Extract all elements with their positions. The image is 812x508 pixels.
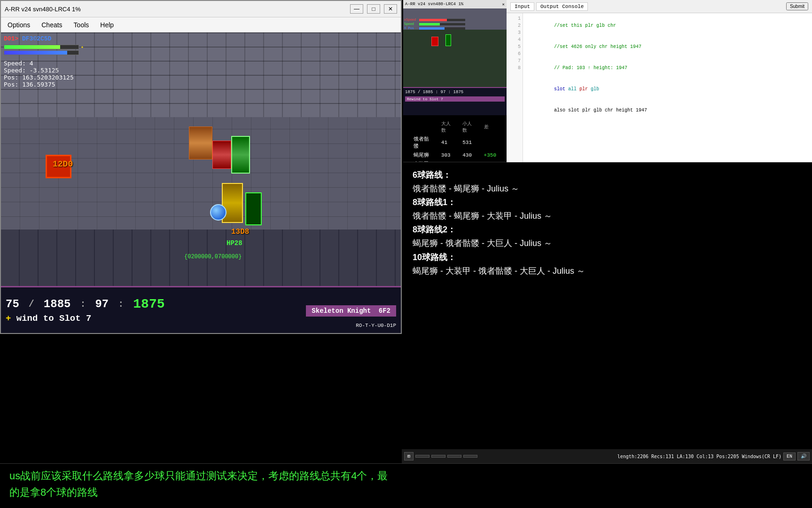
hud-code: D01> DF3©2C5D [4, 35, 84, 42]
taskbar-item-3[interactable] [431, 455, 445, 458]
small-game-preview: A-RR v24 svn480-LRC4 1% ✕ xSpeed Speed [403, 0, 507, 162]
health-bars: ✦ [4, 44, 84, 55]
code-value: DF3©2C5D [22, 35, 51, 42]
slash-divider: / [29, 299, 34, 310]
mini-stat-line: 1875 / 1885 : 97 : 1875 [405, 89, 505, 95]
output-tab[interactable]: Output Console [536, 2, 588, 11]
line-numbers: 1 2 3 4 5 6 7 8 [507, 13, 523, 162]
taskbar: ⊞ length:2206 Recs:131 LA:130 Col:13 Pos… [402, 449, 812, 463]
mini-window-title: A-RR v24 svn480-LRC4 1% [405, 2, 463, 7]
arrow-icon: + [6, 313, 11, 324]
bar-row-2 [4, 50, 84, 55]
mini-rewind-bar: Rewind to Slot 7 [405, 96, 505, 102]
hp-text: HP28 [226, 239, 242, 247]
stats-row-3: 大装甲 1139 981 +24 [410, 160, 500, 162]
menu-bar: Options Cheats Tools Help [1, 17, 401, 32]
code-line-3: // Pad: 103 ↑ height: 1947 [554, 65, 627, 71]
mini-bottom-stats: 1875 / 1885 : 97 : 1875 Rewind to Slot 7 [403, 87, 507, 115]
mini-player-red [431, 37, 438, 46]
route-header-2: 8球路线1： [413, 197, 803, 208]
pos2-text: Pos: 136.59375 [4, 81, 84, 88]
code-line-2: //set 4626 only chr height 1947 [554, 44, 641, 49]
skeleton-knight-name: Skeleton Knight [312, 307, 371, 315]
taskbar-sys-1[interactable]: EN [783, 452, 796, 460]
code-prefix: D01> [4, 35, 22, 42]
stats-header-row: 大人数 小人数 差 [410, 120, 500, 134]
options-menu[interactable]: Options [3, 19, 35, 31]
stat3: 97 [95, 298, 109, 310]
window-controls: — □ ✕ [350, 4, 397, 14]
title-bar: A-RR v24 svn480-LRC4 1% — □ ✕ [1, 1, 401, 17]
taskbar-item-2[interactable] [415, 455, 429, 458]
skeleton-knight-bar: Skeleton Knight 6F2 [306, 305, 396, 317]
route-header-1: 6球路线： [413, 169, 803, 181]
taskbar-sys-2[interactable]: 🔊 [797, 452, 810, 460]
stats-row-1: 饿者骷髅 41 531 [410, 135, 500, 150]
taskbar-item-4[interactable] [447, 455, 461, 458]
tools-menu[interactable]: Tools [69, 19, 94, 31]
code-line-4: slot [554, 87, 565, 92]
bottom-hud: 75 / 1885 : 97 : 1875 + wind to Slot 7 S… [1, 286, 401, 333]
subtitle-line-1: us战前应该采取什么路线拿多少球只能通过测试来决定，考虑的路线总共有4个，最 [9, 468, 803, 484]
route-info: 6球路线： 饿者骷髅 - 蝎尾狮 - Julius ～ 8球路线1： 饿者骷髅 … [403, 162, 812, 468]
minimize-button[interactable]: — [350, 4, 363, 14]
cheats-menu[interactable]: Cheats [37, 19, 67, 31]
red-enemy [212, 141, 231, 169]
health-fill-blue [4, 51, 67, 55]
damage-number-2: 13D8 [231, 228, 249, 236]
text-editor: Input Output Console Submit 1 2 3 4 5 6 … [507, 0, 812, 162]
mini-player-green [445, 34, 451, 46]
health-bar-green [4, 45, 79, 49]
subtitle-bar: us战前应该采取什么路线拿多少球只能通过测试来决定，考虑的路线总共有4个，最 的… [0, 463, 812, 508]
stat2: 1885 [44, 298, 71, 310]
window-title: A-RR v24 svn480-LRC4 1% [5, 6, 81, 13]
green-character-2 [245, 192, 262, 225]
editor-content: 1 2 3 4 5 6 7 8 //set this plr glb chr /… [507, 13, 812, 162]
stats-table: 大人数 小人数 差 饿者骷髅 41 531 蝎尾狮 303 430 + [409, 119, 501, 162]
taskbar-item-1[interactable]: ⊞ [404, 452, 414, 460]
code-line-1: //set this plr glb chr [554, 23, 616, 28]
speed1-text: Speed: 4 [4, 60, 84, 67]
input-tab[interactable]: Input [510, 2, 534, 11]
mini-close[interactable]: ✕ [502, 2, 505, 7]
speed2-text: Speed: -3.53125 [4, 67, 84, 74]
right-panel: A-RR v24 svn480-LRC4 1% ✕ xSpeed Speed [403, 0, 812, 508]
route-line-3: 蝎尾狮 - 饿者骷髅 - 大巨人 - Julius ～ [413, 235, 803, 251]
code-area[interactable]: //set this plr glb chr //set 4626 only c… [523, 13, 812, 162]
maximize-button[interactable]: □ [367, 4, 380, 14]
enemy-info: RO-T-Y-U0-D1P [356, 323, 396, 328]
route-line-2: 饿者骷髅 - 蝎尾狮 - 大装甲 - Julius ～ [413, 208, 803, 224]
pos1-text: Pos: 163.5203203125 [4, 74, 84, 81]
preview-area: A-RR v24 svn480-LRC4 1% ✕ xSpeed Speed [403, 0, 812, 162]
close-button[interactable]: ✕ [384, 4, 397, 14]
run-button[interactable]: Submit [786, 2, 808, 10]
help-menu[interactable]: Help [95, 19, 118, 31]
game-canvas: 12D0 13D8 HP28 {0200000,0700000} D01> DF… [1, 32, 401, 333]
coord-text: {0200000,0700000} [184, 254, 242, 260]
colon1: : [80, 299, 86, 310]
hud-top: D01> DF3©2C5D ✦ Speed: 4 Speed: [4, 35, 84, 88]
taskbar-item-5[interactable] [463, 455, 477, 458]
health-bar-blue [4, 50, 79, 55]
route-line-1: 饿者骷髅 - 蝎尾狮 - Julius ～ [413, 181, 803, 197]
mini-stat-label: xSpeed [404, 18, 418, 22]
health-fill-green [4, 45, 60, 49]
route-line-4: 蝎尾狮 - 大装甲 - 饿者骷髅 - 大巨人 - Julius ～ [413, 263, 803, 279]
taskbar-info: length:2206 Recs:131 LA:130 Col:13 Pos:2… [617, 454, 781, 459]
stat1: 75 [6, 298, 19, 310]
stat4: 1875 [133, 297, 164, 311]
green-character [231, 136, 250, 174]
stats-area: 大人数 小人数 差 饿者骷髅 41 531 蝎尾狮 303 430 + [403, 115, 507, 162]
bar-row-1: ✦ [4, 44, 84, 49]
editor-toolbar: Input Output Console Submit [507, 0, 812, 13]
subtitle-line-2: 的是拿8个球的路线 [9, 484, 803, 500]
blue-orb [210, 204, 226, 221]
route-header-3: 8球路线2： [413, 224, 803, 235]
route-header-4: 10球路线： [413, 252, 803, 263]
stats-row-2: 蝎尾狮 303 430 +350 [410, 151, 500, 159]
enemy-character [189, 127, 212, 159]
damage-number-1: 12D0 [53, 159, 73, 169]
game-window: A-RR v24 svn480-LRC4 1% — □ ✕ Options Ch… [0, 0, 402, 334]
code-line-5: also slot plr glb chr height 1947 [554, 108, 647, 113]
small-game-canvas: A-RR v24 svn480-LRC4 1% ✕ xSpeed Speed [403, 0, 507, 87]
